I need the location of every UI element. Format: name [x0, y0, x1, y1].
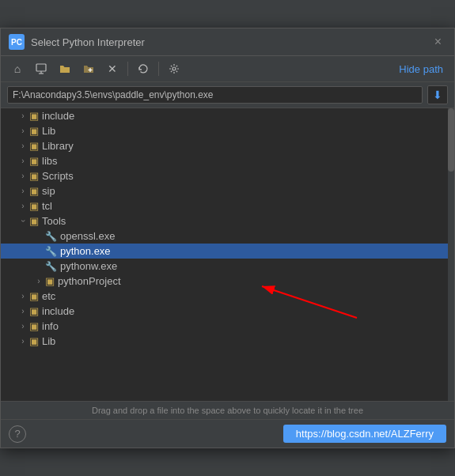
- folder-icon-tcl1: ▣: [29, 200, 39, 212]
- tree-item-tools1[interactable]: › ▣ Tools: [1, 213, 454, 229]
- hide-path-button[interactable]: Hide path: [394, 62, 448, 77]
- path-bar: ⬇: [1, 82, 454, 108]
- label-include1: include: [42, 110, 74, 122]
- separator1: [127, 62, 128, 76]
- tree-item-python[interactable]: › 🔧 python.exe: [1, 244, 454, 259]
- label-tcl1: tcl: [42, 200, 52, 212]
- monitor-button[interactable]: [31, 59, 51, 78]
- folder-add-button[interactable]: [78, 59, 99, 78]
- chevron-libs1: ›: [17, 157, 29, 165]
- chevron-library1: ›: [17, 142, 29, 150]
- tree-item-openssl[interactable]: › 🔧 openssl.exe: [1, 229, 454, 244]
- label-sip1: sip: [42, 185, 55, 197]
- tree-item-etc1[interactable]: › ▣ etc: [1, 289, 454, 304]
- path-input[interactable]: [7, 86, 423, 104]
- status-bar: Drag and drop a file into the space abov…: [1, 401, 454, 419]
- file-icon-python: 🔧: [45, 246, 57, 257]
- chevron-lib1: ›: [17, 127, 29, 135]
- tree-item-lib2[interactable]: › ▣ Lib: [1, 334, 454, 349]
- scrollbar-track[interactable]: [448, 108, 454, 401]
- folder-icon-include1: ▣: [29, 110, 39, 122]
- label-scripts1: Scripts: [42, 170, 74, 182]
- scrollbar-thumb: [448, 108, 454, 172]
- chevron-tools1: ›: [19, 215, 28, 228]
- folder-icon-pythonProject: ▣: [45, 275, 55, 287]
- folder-icon-scripts1: ▣: [29, 170, 39, 182]
- delete-button[interactable]: ✕: [102, 59, 123, 78]
- toolbar: ⌂ ✕ Hide path: [1, 56, 454, 82]
- dialog-title: Select Python Interpreter: [31, 36, 145, 48]
- title-bar: PC Select Python Interpreter ×: [1, 28, 454, 56]
- label-pythonw: pythonw.exe: [60, 260, 117, 272]
- refresh-button[interactable]: [133, 59, 154, 78]
- chevron-info1: ›: [17, 322, 29, 331]
- chevron-scripts1: ›: [17, 172, 29, 180]
- chevron-tcl1: ›: [17, 202, 29, 210]
- tree-item-lib1[interactable]: › ▣ Lib: [1, 123, 454, 138]
- label-include2: include: [42, 305, 74, 317]
- tree-item-tcl1[interactable]: › ▣ tcl: [1, 198, 454, 213]
- tree-item-include2[interactable]: › ▣ include: [1, 304, 454, 319]
- chevron-etc1: ›: [17, 292, 29, 300]
- label-python: python.exe: [60, 245, 111, 257]
- file-tree: › ▣ include › ▣ Lib › ▣ Library › ▣ libs…: [1, 108, 454, 401]
- folder-icon-info1: ▣: [29, 320, 39, 332]
- label-openssl: openssl.exe: [60, 230, 115, 242]
- file-icon-pythonw: 🔧: [45, 261, 57, 272]
- tree-item-sip1[interactable]: › ▣ sip: [1, 183, 454, 198]
- folder-icon-include2: ▣: [29, 305, 39, 317]
- chevron-include2: ›: [17, 307, 29, 315]
- label-library1: Library: [42, 140, 74, 152]
- tree-item-scripts1[interactable]: › ▣ Scripts: [1, 168, 454, 183]
- title-left: PC Select Python Interpreter: [9, 34, 145, 50]
- chevron-pythonProject: ›: [32, 277, 45, 285]
- separator2: [158, 62, 159, 76]
- bottom-bar: ? https://blog.csdn.net/ALZFerry: [1, 419, 454, 448]
- tree-item-pythonProject[interactable]: › ▣ pythonProject: [1, 274, 454, 289]
- label-lib1: Lib: [42, 125, 55, 137]
- tree-item-library1[interactable]: › ▣ Library: [1, 138, 454, 153]
- file-icon-openssl: 🔧: [45, 231, 57, 242]
- pycharm-icon: PC: [9, 34, 25, 50]
- path-download-button[interactable]: ⬇: [427, 85, 448, 104]
- close-button[interactable]: ×: [430, 33, 446, 51]
- tree-item-pythonw[interactable]: › 🔧 pythonw.exe: [1, 259, 454, 274]
- folder-icon-library1: ▣: [29, 140, 39, 152]
- label-info1: info: [42, 320, 59, 332]
- label-lib2: Lib: [42, 335, 55, 347]
- home-button[interactable]: ⌂: [7, 59, 28, 78]
- tree-item-info1[interactable]: › ▣ info: [1, 319, 454, 334]
- chevron-include1: ›: [17, 111, 29, 120]
- label-pythonProject: pythonProject: [58, 275, 121, 287]
- ok-button[interactable]: https://blog.csdn.net/ALZFerry: [283, 425, 446, 443]
- svg-rect-0: [36, 64, 46, 71]
- settings-button[interactable]: [164, 59, 184, 78]
- dialog: PC Select Python Interpreter × ⌂ ✕ Hide …: [0, 28, 455, 448]
- folder-icon-tools1: ▣: [29, 215, 39, 227]
- folder-button[interactable]: [55, 59, 75, 78]
- folder-icon-etc1: ▣: [29, 290, 39, 302]
- chevron-sip1: ›: [17, 187, 29, 195]
- status-text: Drag and drop a file into the space abov…: [92, 406, 363, 415]
- folder-icon-sip1: ▣: [29, 185, 39, 197]
- chevron-lib2: ›: [17, 337, 29, 346]
- folder-icon-libs1: ▣: [29, 155, 39, 167]
- svg-point-5: [173, 67, 176, 70]
- folder-icon-lib1: ▣: [29, 125, 39, 137]
- help-button[interactable]: ?: [9, 425, 26, 443]
- folder-icon-lib2: ▣: [29, 335, 39, 347]
- label-etc1: etc: [42, 290, 55, 302]
- tree-item-libs1[interactable]: › ▣ libs: [1, 153, 454, 168]
- tree-item-include1[interactable]: › ▣ include: [1, 108, 454, 123]
- label-tools1: Tools: [42, 215, 66, 227]
- label-libs1: libs: [42, 155, 58, 167]
